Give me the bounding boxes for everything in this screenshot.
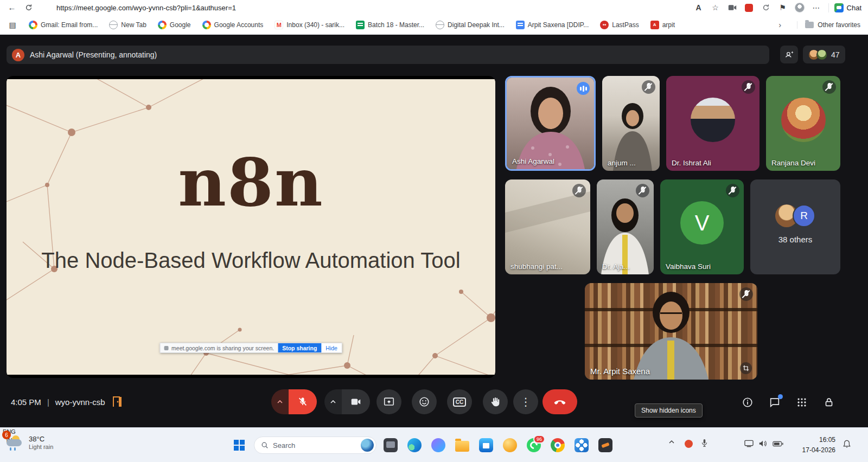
notification-badge: 6 bbox=[2, 431, 11, 439]
mic-off-icon bbox=[822, 80, 836, 94]
participant-tile-ashi-agarwal[interactable]: Ashi Agarwal bbox=[505, 76, 596, 171]
taskbar-app-file-explorer[interactable] bbox=[455, 438, 470, 453]
taskbar-clock[interactable]: 16:05 17-04-2026 bbox=[788, 435, 835, 455]
bookmark-lastpass[interactable]: ••LastPass bbox=[600, 21, 639, 29]
notification-bell-icon[interactable] bbox=[843, 440, 851, 448]
tray-volume-icon[interactable] bbox=[758, 440, 767, 447]
bookmarks-overflow-chevron-icon[interactable]: › bbox=[778, 20, 781, 29]
gmail-favicon: M bbox=[275, 21, 283, 29]
taskbar-app-store[interactable] bbox=[478, 438, 494, 453]
mic-off-icon bbox=[742, 80, 755, 94]
weather-condition: Light rain bbox=[29, 444, 53, 450]
captions-button[interactable]: CC bbox=[447, 389, 472, 414]
sync-icon[interactable] bbox=[761, 3, 771, 12]
camera-toggle-button[interactable] bbox=[342, 389, 370, 414]
share-info-icon bbox=[164, 346, 168, 350]
taskbar-app-photos[interactable] bbox=[574, 438, 589, 453]
participant-tile-mr-arpit-saxena[interactable]: Mr. Arpit Saxena bbox=[585, 283, 757, 380]
door-exit-icon[interactable] bbox=[111, 395, 124, 408]
bookmark-digital-deepak[interactable]: Digital Deepak Int... bbox=[436, 21, 505, 29]
person-silhouette bbox=[585, 283, 757, 380]
profile-avatar[interactable] bbox=[795, 3, 805, 12]
participant-tile-shubhangi[interactable]: shubhangi pat... bbox=[505, 179, 590, 274]
extension-red-icon[interactable] bbox=[744, 3, 754, 12]
bookmark-google[interactable]: Google bbox=[158, 21, 191, 29]
weather-widget[interactable]: 6 38°C Light rain bbox=[5, 434, 53, 451]
participant-name: Ranjana Devi bbox=[771, 159, 815, 167]
in-call-chat-button[interactable] bbox=[768, 396, 781, 409]
end-call-button[interactable] bbox=[542, 389, 577, 414]
vertical-dots-icon: ⋮ bbox=[520, 396, 531, 407]
search-icon bbox=[261, 441, 269, 449]
meeting-time: 4:05 PM bbox=[11, 397, 41, 407]
slide-subtitle: The Node-Based Workflow Automation Tool bbox=[7, 248, 495, 273]
camera-options-chevron[interactable] bbox=[324, 389, 342, 414]
bing-daily-icon[interactable] bbox=[361, 439, 374, 452]
meeting-info: 4:05 PM | wyo-yvnn-csb bbox=[11, 389, 124, 414]
mic-off-icon bbox=[739, 287, 753, 301]
tray-battery-icon[interactable] bbox=[773, 441, 783, 447]
taskbar-app-copilot[interactable] bbox=[431, 438, 446, 453]
participant-count: 47 bbox=[831, 50, 840, 59]
bookmark-label: Arpit Saxena [DDIP... bbox=[528, 21, 589, 29]
participant-tile-dr-ishrat-ali[interactable]: Dr. Ishrat Ali bbox=[666, 76, 760, 171]
camera-icon[interactable] bbox=[727, 3, 737, 12]
mic-options-chevron[interactable] bbox=[271, 389, 289, 414]
more-menu-icon[interactable]: ⋯ bbox=[812, 3, 821, 12]
share-message: meet.google.com is sharing your screen. bbox=[171, 345, 274, 351]
activities-grid-button[interactable] bbox=[795, 396, 808, 409]
participants-count-chip[interactable]: 47 bbox=[803, 46, 845, 63]
browser-toolbar: ← https://meet.google.com/wyo-yvnn-csb?p… bbox=[0, 0, 868, 15]
read-aloud-icon[interactable]: A bbox=[694, 3, 704, 12]
overflow-participants-tile[interactable]: R 38 others bbox=[750, 179, 840, 274]
presentation-stage-tile[interactable]: n8n The Node-Based Workflow Automation T… bbox=[7, 76, 495, 378]
taskbar-app-edge[interactable] bbox=[407, 438, 422, 453]
docs-favicon bbox=[516, 21, 525, 29]
start-button[interactable] bbox=[230, 437, 248, 454]
meeting-details-button[interactable] bbox=[741, 396, 754, 409]
present-screen-button[interactable] bbox=[376, 389, 401, 414]
bookmark-batch18[interactable]: Batch 18 - Master... bbox=[356, 21, 424, 29]
bookmark-arpit[interactable]: Aarpit bbox=[650, 21, 675, 29]
address-bar[interactable]: https://meet.google.com/wyo-yvnn-csb?pli… bbox=[56, 4, 686, 12]
effects-button[interactable] bbox=[780, 46, 798, 63]
crop-icon[interactable] bbox=[740, 362, 752, 374]
more-options-button[interactable]: ⋮ bbox=[513, 389, 538, 414]
participant-name: Dr. Ishrat Ali bbox=[672, 159, 711, 167]
taskbar-search-box[interactable]: Search bbox=[254, 437, 376, 454]
bookmark-gmail[interactable]: Gmail: Email from... bbox=[29, 21, 98, 29]
taskbar-app-share-indicator[interactable] bbox=[598, 438, 613, 453]
bookmark-arpit-saxena[interactable]: Arpit Saxena [DDIP... bbox=[516, 21, 589, 29]
whatsapp-badge: 96 bbox=[533, 435, 545, 444]
tray-cast-icon[interactable] bbox=[744, 440, 754, 447]
bookmark-google-accounts[interactable]: Google Accounts bbox=[202, 21, 264, 29]
bookmarks-leading-icon[interactable]: ▤ bbox=[8, 20, 17, 30]
refresh-icon[interactable] bbox=[25, 4, 36, 11]
taskbar-app-chrome[interactable] bbox=[550, 438, 565, 453]
bookmark-inbox[interactable]: MInbox (340) - sarik... bbox=[275, 21, 344, 29]
stop-sharing-button[interactable]: Stop sharing bbox=[278, 343, 321, 352]
host-controls-button[interactable] bbox=[822, 396, 835, 409]
other-favorites-button[interactable]: Other favorites bbox=[797, 21, 860, 29]
mic-off-icon bbox=[636, 184, 649, 197]
participant-tile-vaibhava-suri[interactable]: V Vaibhava Suri bbox=[660, 179, 744, 274]
hide-share-bar-button[interactable]: Hide bbox=[321, 343, 342, 352]
tray-recording-icon[interactable] bbox=[685, 440, 693, 448]
participant-tile-dr-aja[interactable]: Dr. Aja... bbox=[597, 179, 654, 274]
participant-tile-anjum[interactable]: anjum ... bbox=[602, 76, 660, 171]
chat-label: Chat bbox=[847, 4, 861, 12]
tray-mic-icon[interactable] bbox=[701, 439, 708, 448]
mute-microphone-button[interactable] bbox=[289, 389, 317, 414]
taskbar-app-whatsapp[interactable]: 96 bbox=[526, 438, 541, 453]
bookmark-new-tab[interactable]: New Tab bbox=[109, 21, 146, 29]
favorite-star-icon[interactable]: ☆ bbox=[711, 3, 720, 12]
reactions-button[interactable] bbox=[412, 389, 437, 414]
chat-chip[interactable]: Chat bbox=[828, 3, 861, 12]
show-hidden-icons-chevron[interactable] bbox=[668, 440, 675, 444]
participant-tile-ranjana-devi[interactable]: Ranjana Devi bbox=[766, 76, 840, 171]
collections-flag-icon[interactable]: ⚑ bbox=[778, 3, 788, 12]
taskbar-app-taskview[interactable] bbox=[383, 438, 398, 453]
taskbar-app-generic[interactable] bbox=[502, 438, 518, 453]
raise-hand-button[interactable] bbox=[483, 389, 508, 414]
back-icon[interactable]: ← bbox=[7, 0, 17, 15]
